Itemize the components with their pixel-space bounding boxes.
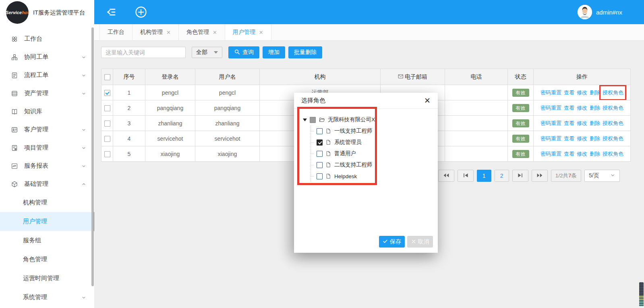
action-link-查看[interactable]: 查看 [564,89,574,96]
menu-fold-icon[interactable] [106,7,117,17]
action-link-修改[interactable]: 修改 [577,135,587,142]
action-link-删除[interactable]: 删除 [590,135,600,142]
page-number-1[interactable]: 1 [477,170,491,182]
tree-node-普通用户[interactable]: 普通用户 [311,148,373,159]
tab-机构管理[interactable]: 机构管理✕ [133,24,179,40]
servicehot-logo: Servicehot [6,1,29,24]
sidebar-subitem-系统管理[interactable]: 系统管理 [0,288,94,307]
tab-工作台[interactable]: 工作台 [99,24,133,40]
action-link-授权角色[interactable]: 授权角色 [603,120,623,126]
file-icon [325,139,331,146]
action-link-密码重置[interactable]: 密码重置 [540,151,561,157]
page-first-icon [443,173,449,179]
avatar[interactable] [578,5,592,19]
action-link-授权角色[interactable]: 授权角色 [603,105,623,111]
row-checkbox[interactable] [104,151,110,157]
tree-checkbox[interactable] [310,117,316,123]
sidebar-subitem-运营时间管理[interactable]: 运营时间管理 [0,269,94,288]
select-all-checkbox[interactable] [104,74,110,80]
action-link-修改[interactable]: 修改 [577,151,587,157]
chevron-up-icon [81,182,86,187]
tree-checkbox[interactable] [317,162,323,168]
add-button[interactable]: 增加 [263,46,285,58]
action-link-密码重置[interactable]: 密码重置 [540,89,561,96]
sidebar-subitem-机构管理[interactable]: 机构管理 [0,193,94,212]
tree-node-Helpdesk[interactable]: Helpdesk [311,171,373,182]
sidebar-item-工作台[interactable]: 工作台 [0,30,94,48]
action-link-修改[interactable]: 修改 [577,89,587,96]
sidebar-item-知识库[interactable]: 知识库 [0,102,94,121]
sidebar-subitem-用户管理[interactable]: 用户管理 [0,212,94,231]
expander-triangle-icon[interactable] [303,119,307,121]
close-icon[interactable]: ✕ [424,97,431,104]
save-button[interactable]: 保存 [379,236,405,248]
sidebar-subitem-服务组[interactable]: 服务组 [0,231,94,250]
row-checkbox[interactable] [104,90,110,96]
page-first-button[interactable] [438,170,454,182]
row-checkbox[interactable] [104,136,110,142]
modal-header: 选择角色 ✕ [294,93,438,109]
cell-username: servicehot [195,131,260,146]
tree-checkbox[interactable] [317,128,323,134]
action-link-查看[interactable]: 查看 [564,120,574,126]
plus-circle-icon[interactable] [135,6,147,18]
cell-username: pangqiang [195,100,260,116]
action-link-查看[interactable]: 查看 [564,105,574,111]
action-link-授权角色[interactable]: 授权角色 [603,151,623,157]
action-link-查看[interactable]: 查看 [564,135,574,142]
sidebar-item-流程工单[interactable]: 流程工单 [0,66,94,84]
action-link-删除[interactable]: 删除 [590,120,600,126]
page-scrollbar[interactable] [639,282,644,306]
sidebar-item-基础管理[interactable]: 基础管理 [0,175,94,193]
sidebar-subitem-角色管理[interactable]: 角色管理 [0,250,94,269]
tree-node-一线支持工程师[interactable]: 一线支持工程师 [311,125,373,137]
filter-select[interactable]: 全部 [192,47,222,58]
tree-node-label: 二线支持工程师 [334,161,373,169]
tree-checkbox[interactable] [317,139,323,146]
batch-delete-button[interactable]: 批量删除 [288,46,322,58]
user-area[interactable]: admin#nx [578,5,622,19]
tree-node-系统管理员[interactable]: 系统管理员 [311,137,373,148]
page-next-button[interactable] [512,170,528,182]
page-number-2[interactable]: 2 [495,170,509,182]
tree-node-无限科技有限公司X[interactable]: 无限科技有限公司X [303,114,373,125]
sidebar-item-资产管理[interactable]: 资产管理 [0,84,94,102]
sidebar-scrollbar[interactable] [91,27,94,286]
sidebar-item-协同工单[interactable]: 协同工单 [0,48,94,66]
row-checkbox[interactable] [104,105,110,111]
action-link-密码重置[interactable]: 密码重置 [540,120,561,126]
action-link-删除[interactable]: 删除 [590,105,600,111]
tab-label: 机构管理 [140,29,163,36]
page-size-select[interactable]: 5/页 [584,170,620,182]
tab-用户管理[interactable]: 用户管理✕ [225,24,271,40]
column-header-机构: 机构 [260,69,381,85]
sidebar-item-项目管理[interactable]: 项目管理 [0,139,94,157]
page-last-button[interactable] [532,170,548,182]
page-prev-button[interactable] [458,170,474,182]
tab-close-icon[interactable]: ✕ [259,29,263,35]
tab-close-icon[interactable]: ✕ [166,29,171,35]
action-link-修改[interactable]: 修改 [577,105,587,111]
search-icon [234,49,240,56]
sidebar-item-客户管理[interactable]: 客户管理 [0,121,94,139]
action-link-密码重置[interactable]: 密码重置 [540,135,561,142]
row-checkbox[interactable] [104,121,110,127]
action-link-授权角色[interactable]: 授权角色 [603,135,623,142]
action-link-查看[interactable]: 查看 [564,151,574,157]
authorize-role-link-highlighted[interactable]: 授权角色 [603,89,623,96]
sidebar-item-服务报表[interactable]: 服务报表 [0,157,94,175]
page-next-icon [517,173,524,179]
action-link-删除[interactable]: 删除 [590,89,600,96]
tree-checkbox[interactable] [317,151,323,157]
tree-node-二线支持工程师[interactable]: 二线支持工程师 [311,159,373,171]
tab-close-icon[interactable]: ✕ [213,29,217,35]
cancel-button[interactable]: 取消 [407,236,433,248]
tab-角色管理[interactable]: 角色管理✕ [179,24,225,40]
action-link-删除[interactable]: 删除 [590,151,600,157]
tree-checkbox[interactable] [317,173,323,179]
search-button[interactable]: 查询 [228,46,259,58]
action-link-修改[interactable]: 修改 [577,120,587,126]
table-header-row: 序号登录名用户名机构电子邮箱电话状态操作 [101,69,631,85]
action-link-密码重置[interactable]: 密码重置 [540,105,561,111]
search-input[interactable] [101,47,186,58]
